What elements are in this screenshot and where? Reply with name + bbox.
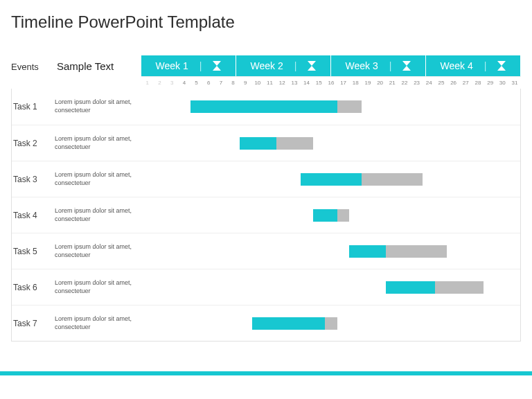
day-tick: 31 bbox=[508, 77, 521, 89]
day-tick: 18 bbox=[349, 77, 362, 89]
hourglass-icon bbox=[497, 61, 506, 71]
gantt-header: Events Sample Text Week 1|Week 2|Week 3|… bbox=[11, 55, 521, 76]
day-tick: 28 bbox=[472, 77, 484, 89]
week-header-4: Week 4| bbox=[426, 55, 521, 76]
day-tick: 25 bbox=[435, 77, 447, 89]
day-tick: 19 bbox=[362, 77, 374, 89]
day-tick: 4 bbox=[178, 77, 190, 89]
days-axis: 1234567891011121314151617181920212223242… bbox=[141, 76, 521, 89]
slide-title: Timeline PowerPoint Template bbox=[11, 12, 521, 32]
table-row: Task 6Lorem ipsum dolor sit amet, consec… bbox=[12, 269, 520, 305]
week-divider: | bbox=[200, 60, 202, 71]
day-tick: 23 bbox=[411, 77, 423, 89]
task-name: Task 5 bbox=[12, 247, 55, 256]
day-tick: 30 bbox=[496, 77, 508, 89]
bar-track bbox=[142, 125, 520, 161]
slide: Timeline PowerPoint Template Events Samp… bbox=[0, 0, 532, 399]
task-name: Task 6 bbox=[12, 283, 55, 292]
bar-track bbox=[142, 89, 520, 125]
day-tick: 2 bbox=[154, 77, 166, 89]
day-tick: 27 bbox=[459, 77, 472, 89]
task-description: Lorem ipsum dolor sit amet, consectetuer bbox=[55, 171, 142, 187]
day-tick: 17 bbox=[337, 77, 350, 89]
week-header-2: Week 2| bbox=[236, 55, 331, 76]
week-label: Week 2 bbox=[251, 60, 283, 71]
week-divider: | bbox=[389, 60, 392, 71]
sample-text-header: Sample Text bbox=[54, 60, 141, 76]
week-label: Week 1 bbox=[156, 60, 188, 71]
day-tick: 11 bbox=[264, 77, 276, 89]
gantt-chart: Events Sample Text Week 1|Week 2|Week 3|… bbox=[11, 55, 521, 342]
bar-track bbox=[142, 269, 520, 305]
events-label: Events bbox=[11, 62, 54, 76]
bar-track bbox=[142, 305, 520, 341]
footer-accent-bar bbox=[0, 371, 532, 375]
day-tick: 5 bbox=[190, 77, 203, 89]
week-header-1: Week 1| bbox=[141, 55, 236, 76]
task-name: Task 3 bbox=[12, 175, 55, 184]
day-tick: 12 bbox=[276, 77, 288, 89]
task-description: Lorem ipsum dolor sit amet, consectetuer bbox=[55, 315, 142, 331]
week-divider: | bbox=[484, 60, 487, 71]
day-tick: 21 bbox=[386, 77, 398, 89]
hourglass-icon bbox=[402, 61, 411, 71]
bar-completed bbox=[386, 281, 434, 294]
day-tick: 7 bbox=[215, 77, 227, 89]
week-header-3: Week 3| bbox=[331, 55, 426, 76]
task-name: Task 1 bbox=[12, 102, 55, 112]
day-tick: 24 bbox=[423, 77, 435, 89]
table-row: Task 2Lorem ipsum dolor sit amet, consec… bbox=[12, 125, 520, 161]
day-tick: 10 bbox=[251, 77, 264, 89]
day-tick: 8 bbox=[227, 77, 240, 89]
bar-completed bbox=[313, 209, 337, 222]
table-row: Task 5Lorem ipsum dolor sit amet, consec… bbox=[12, 233, 520, 269]
day-tick: 9 bbox=[239, 77, 251, 89]
day-tick: 20 bbox=[374, 77, 387, 89]
day-tick: 3 bbox=[166, 77, 178, 89]
weeks-header: Week 1|Week 2|Week 3|Week 4| bbox=[141, 55, 521, 76]
gantt-body: Task 1Lorem ipsum dolor sit amet, consec… bbox=[11, 89, 521, 342]
task-description: Lorem ipsum dolor sit amet, consectetuer bbox=[55, 279, 142, 295]
day-tick: 26 bbox=[447, 77, 460, 89]
bar-completed bbox=[301, 173, 362, 186]
table-row: Task 3Lorem ipsum dolor sit amet, consec… bbox=[12, 161, 520, 197]
week-divider: | bbox=[294, 60, 297, 71]
week-label: Week 4 bbox=[441, 60, 473, 71]
week-label: Week 3 bbox=[346, 60, 378, 71]
bar-track bbox=[142, 161, 520, 197]
bar-completed bbox=[240, 137, 276, 150]
day-tick: 22 bbox=[398, 77, 411, 89]
task-description: Lorem ipsum dolor sit amet, consectetuer bbox=[55, 135, 142, 151]
task-description: Lorem ipsum dolor sit amet, consectetuer bbox=[55, 207, 142, 223]
task-name: Task 4 bbox=[12, 211, 55, 220]
table-row: Task 4Lorem ipsum dolor sit amet, consec… bbox=[12, 197, 520, 233]
day-tick: 13 bbox=[288, 77, 301, 89]
bar-track bbox=[142, 233, 520, 269]
task-name: Task 7 bbox=[12, 319, 55, 328]
day-tick: 1 bbox=[141, 77, 154, 89]
days-row: 1234567891011121314151617181920212223242… bbox=[11, 76, 521, 89]
day-tick: 16 bbox=[325, 77, 337, 89]
day-tick: 14 bbox=[301, 77, 313, 89]
table-row: Task 1Lorem ipsum dolor sit amet, consec… bbox=[12, 89, 520, 125]
task-name: Task 2 bbox=[12, 139, 55, 148]
task-description: Lorem ipsum dolor sit amet, consectetuer bbox=[55, 243, 142, 259]
bar-completed bbox=[190, 100, 337, 113]
day-tick: 29 bbox=[484, 77, 497, 89]
bar-completed bbox=[349, 245, 386, 258]
bar-completed bbox=[252, 317, 326, 330]
day-tick: 15 bbox=[312, 77, 325, 89]
bar-track bbox=[142, 197, 520, 233]
day-tick: 6 bbox=[202, 77, 215, 89]
task-description: Lorem ipsum dolor sit amet, consectetuer bbox=[55, 98, 142, 114]
hourglass-icon bbox=[213, 61, 221, 71]
table-row: Task 7Lorem ipsum dolor sit amet, consec… bbox=[12, 305, 520, 341]
left-header: Events Sample Text bbox=[11, 55, 141, 76]
hourglass-icon bbox=[308, 61, 316, 71]
